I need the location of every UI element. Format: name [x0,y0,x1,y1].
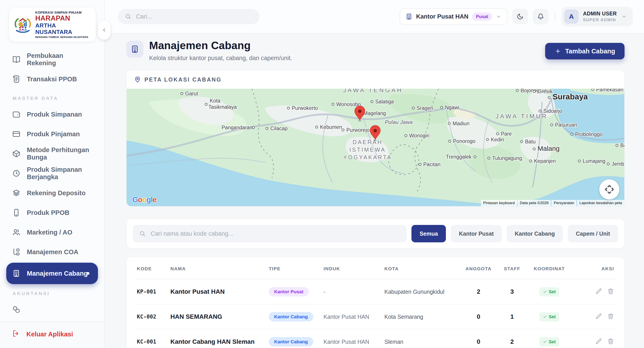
global-search-input[interactable] [136,13,253,20]
branch-table-card: KODENAMATIPEINDUKKOTAANGGOTASTAFFKOORDIN… [126,257,624,348]
credit-card-icon [12,130,20,138]
map-card-header: PETA LOKASI CABANG [126,70,624,89]
map-city-dot [539,110,541,112]
branch-search[interactable] [133,225,406,242]
column-header-staff: STAFF [498,257,526,279]
delete-branch-button[interactable] [607,288,614,295]
dark-mode-toggle[interactable] [512,9,528,24]
cell-kode: KC-001 [134,329,168,348]
map-label-lumajang: Lumajang [583,158,605,164]
map-attribution-laporkan-kesalahan-peta[interactable]: Laporkan kesalahan peta [577,200,624,206]
map-label-salatiga: Salatiga [375,99,394,105]
sidebar-item-label: Produk PPOB [27,209,69,216]
edit-branch-button[interactable] [595,338,602,345]
user-name: ADMIN USER [583,11,617,17]
cell-induk: Kantor Pusat HAN [321,304,382,329]
sidebar-section-akuntansi: AKUNTANSI [12,291,98,296]
add-branch-button[interactable]: Tambah Cabang [545,43,624,59]
map-attribution-persyaratan[interactable]: Persyaratan [552,200,576,206]
sidebar-item-item[interactable] [6,300,98,319]
page-header: Manajemen Cabang Kelola struktur kantor … [126,39,624,62]
filter-semua[interactable]: Semua [412,225,446,242]
table-body: KP-001Kantor Pusat HANKantor Pusat-Kabup… [134,279,616,348]
sidebar-item-label: Produk Simpanan [27,111,82,118]
edit-branch-button[interactable] [595,288,602,295]
sidebar-item-produk-simpanan-berjangka[interactable]: Produk Simpanan Berjangka [6,164,98,183]
filter-kantor-cabang[interactable]: Kantor Cabang [507,225,563,242]
global-search[interactable] [118,9,260,24]
plus-icon [554,48,561,54]
map-city-dot [474,156,476,158]
sidebar-item-metode-perhitungan-bunga[interactable]: Metode Perhitungan Bunga [6,144,98,164]
column-header-tipe: TIPE [266,257,321,279]
users-icon [12,228,20,237]
tree-icon [12,248,20,256]
column-header-koordinat: KOORDINAT [526,257,572,279]
map-city-dot [550,124,553,126]
cell-koordinat: Set [526,304,572,329]
sidebar-item-pembukaan-rekening[interactable]: Pembukaan Rekening [6,50,98,69]
cell-anggota: 0 [459,329,498,348]
sidebar-logout-area: Keluar Aplikasi [0,321,104,348]
delete-branch-button[interactable] [607,313,614,320]
page-building-icon [126,41,143,58]
map-city-dot [412,107,414,109]
map-label-wonosobo: Wonosobo [336,101,361,107]
office-type-badge: Pusat [472,12,492,21]
cell-anggota: 0 [459,304,498,329]
map-label-purworejo: Purworejo [346,127,370,133]
notifications-button[interactable] [533,9,548,24]
branch-parent: Kantor Pusat HAN [324,339,369,345]
sidebar-item-produk-simpanan[interactable]: Produk Simpanan [6,105,98,124]
map-label-madiun: Madiun [452,121,469,126]
map-city-dot [592,89,594,91]
map-label-garut: Garut [185,91,198,97]
branch-map-card: PETA LOKASI CABANG [126,70,624,206]
sidebar-item-marketing-ao[interactable]: Marketing / AO [6,222,98,242]
user-menu[interactable]: A ADMIN USER SUPER ADMIN [562,7,633,26]
sidebar-item-transaksi-ppob[interactable]: Transaksi PPOB [6,69,98,89]
google-map[interactable]: JAWA TENGAHJAWA TIMURSurabayaMalangPulau… [126,89,624,206]
sidebar: Rp KOPERASI SIMPAN PINJAM HARAPAN ARTHA … [0,0,105,348]
map-label-wonogiri: Wonogiri [409,133,429,139]
topbar: Kantor Pusat HAN Pusat A ADMIN USER SUPE… [105,0,644,33]
app-root: Rp KOPERASI SIMPAN PINJAM HARAPAN ARTHA … [0,0,644,348]
map-attribution-pintasan-keyboard[interactable]: Pintasan keyboard [481,200,517,206]
map-city-dot [486,139,488,141]
map-attribution-data-peta-2026[interactable]: Data peta ©2026 [518,200,551,206]
delete-branch-button[interactable] [607,338,614,345]
branch-search-input[interactable] [150,230,400,237]
map-label-ngawi: Ngawi [445,105,459,110]
office-name: Kantor Pusat HAN [416,13,468,20]
map-label-sidoarjo: Sidoarjo [544,108,562,114]
avatar: A [564,9,578,24]
sidebar-item-rekening-deposito[interactable]: Rekening Deposito [6,183,98,203]
cell-kota: Kota Semarang [382,304,459,329]
search-icon [125,13,132,20]
map-label-daerah-istimewa-yogyakarta: ISTIMEWA [350,147,386,153]
edit-branch-button[interactable] [595,313,602,320]
branch-parent: Kantor Pusat HAN [324,314,369,320]
sidebar-item-manajemen-coa[interactable]: Manajemen COA [6,242,98,262]
building-icon [12,269,20,278]
topbar-right: Kantor Pusat HAN Pusat A ADMIN USER SUPE… [400,7,633,26]
cell-nama: Kantor Cabang HAN Sleman [168,329,266,348]
office-selector[interactable]: Kantor Pusat HAN Pusat [400,8,508,25]
sidebar-item-manajemen-cabang[interactable]: Manajemen Cabang [6,263,98,284]
brand-line2: HARAPAN [35,14,92,22]
map-canvas: JAWA TENGAHJAWA TIMURSurabayaMalangPulau… [126,89,624,206]
filter-kantor-pusat[interactable]: Kantor Pusat [451,225,502,242]
map-label-magelang: Magelang [363,110,386,116]
sidebar-item-produk-ppob[interactable]: Produk PPOB [6,203,98,222]
brand-line1: KOPERASI SIMPAN PINJAM [35,11,92,14]
sidebar-collapse-button[interactable] [98,20,111,40]
filter-capem-unit[interactable]: Capem / Unit [568,225,618,242]
logout-button[interactable]: Keluar Aplikasi [6,324,98,344]
table-row-kc-002: KC-002HAN SEMARANGKantor CabangKantor Pu… [134,304,616,329]
table-row-kp-001: KP-001Kantor Pusat HANKantor Pusat-Kabup… [134,279,616,304]
map-label-kota-tasikmalaya: Kota [210,98,220,104]
sidebar-item-produk-pinjaman[interactable]: Produk Pinjaman [6,124,98,144]
user-role: SUPER ADMIN [583,18,617,22]
cell-kode: KP-001 [134,279,168,304]
map-pan-control[interactable] [599,179,620,199]
